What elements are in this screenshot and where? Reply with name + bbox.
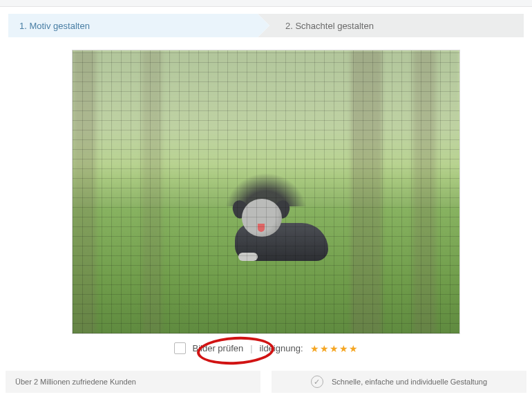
footer-left-text: Über 2 Millionen zufriedene Kunden (15, 378, 136, 386)
check-images-checkbox[interactable] (174, 342, 186, 354)
image-subject-dog (218, 199, 335, 264)
image-suitability-label: ildeignung: (260, 343, 303, 353)
image-toolbar: Bilder prüfen | ildeignung: ★★★★★ (0, 342, 532, 354)
footer-box-right: ✓ Schnelle, einfache und individuelle Ge… (272, 371, 526, 393)
step-schachtel-gestalten[interactable]: 2. Schachtel gestalten (258, 14, 524, 37)
check-circle-icon: ✓ (311, 376, 323, 388)
top-divider-bar (0, 0, 532, 7)
background-blur (73, 50, 459, 333)
toolbar-divider: | (250, 343, 252, 353)
check-images-label[interactable]: Bilder prüfen (193, 343, 244, 353)
step-motiv-gestalten[interactable]: 1. Motiv gestalten (8, 14, 258, 37)
step-label: 1. Motiv gestalten (19, 21, 90, 31)
footer-box-left: Über 2 Millionen zufriedene Kunden (6, 371, 260, 393)
puzzle-preview-canvas[interactable] (72, 50, 460, 334)
footer-right-text: Schnelle, einfache und individuelle Gest… (332, 378, 487, 386)
progress-stepper: 1. Motiv gestalten 2. Schachtel gestalte… (8, 14, 524, 37)
info-footer: Über 2 Millionen zufriedene Kunden ✓ Sch… (6, 371, 526, 393)
step-label: 2. Schachtel gestalten (285, 21, 374, 31)
rating-stars-icon: ★★★★★ (310, 343, 359, 354)
